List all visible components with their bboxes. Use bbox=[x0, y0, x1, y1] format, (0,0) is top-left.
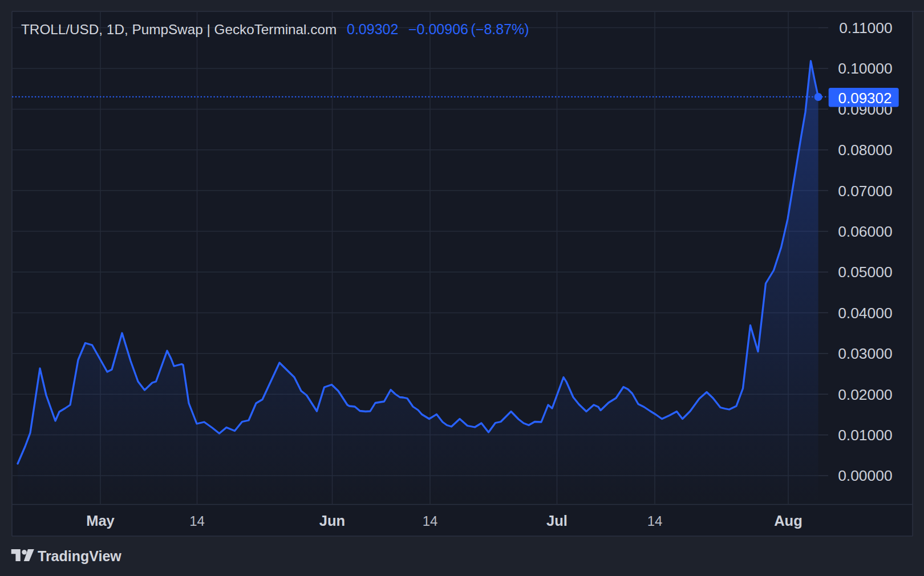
svg-text:0.11000: 0.11000 bbox=[839, 19, 892, 36]
svg-text:14: 14 bbox=[647, 513, 663, 529]
svg-text:0.09302: 0.09302 bbox=[347, 21, 398, 37]
svg-text:0.00000: 0.00000 bbox=[838, 467, 892, 484]
svg-text:0.09302: 0.09302 bbox=[838, 90, 892, 107]
svg-text:Jun: Jun bbox=[319, 513, 345, 529]
svg-text:0.07000: 0.07000 bbox=[838, 182, 892, 200]
svg-text:0.08000: 0.08000 bbox=[838, 141, 892, 159]
svg-text:0.01000: 0.01000 bbox=[838, 427, 892, 444]
svg-text:Aug: Aug bbox=[774, 513, 803, 529]
svg-text:14: 14 bbox=[423, 513, 438, 529]
svg-text:0.02000: 0.02000 bbox=[838, 386, 892, 403]
svg-text:TradingView: TradingView bbox=[38, 548, 121, 564]
svg-text:0.06000: 0.06000 bbox=[838, 223, 892, 240]
svg-text:0.04000: 0.04000 bbox=[838, 305, 892, 322]
svg-text:0.03000: 0.03000 bbox=[838, 345, 892, 362]
svg-text:0.10000: 0.10000 bbox=[838, 60, 892, 77]
svg-text:0.05000: 0.05000 bbox=[838, 263, 892, 281]
svg-text:Jul: Jul bbox=[546, 513, 568, 529]
svg-text:TROLL/USD, 1D, PumpSwap | Geck: TROLL/USD, 1D, PumpSwap | GeckoTerminal.… bbox=[21, 22, 337, 37]
svg-text:(−8.87%): (−8.87%) bbox=[471, 21, 529, 37]
svg-text:14: 14 bbox=[189, 513, 205, 529]
svg-text:May: May bbox=[86, 513, 115, 529]
svg-text:−0.00906: −0.00906 bbox=[408, 21, 468, 37]
